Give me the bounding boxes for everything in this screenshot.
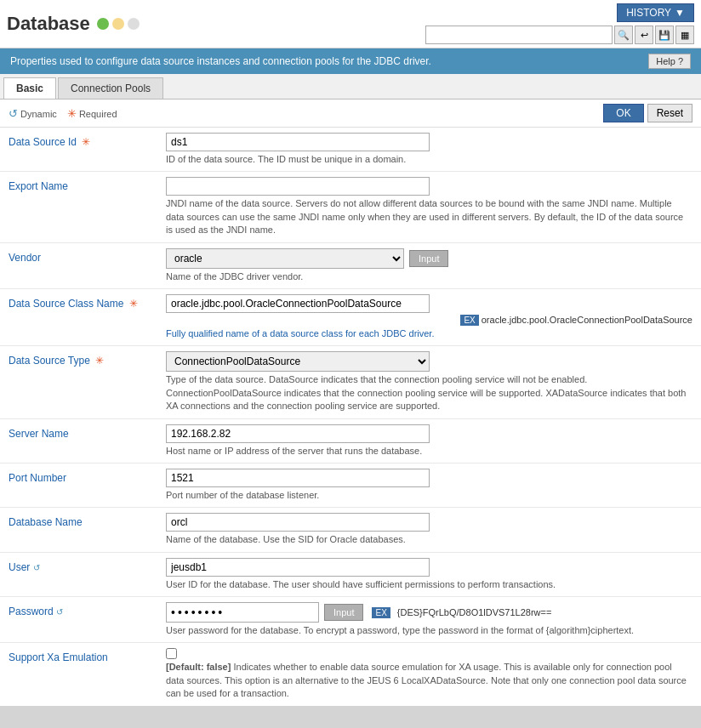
required-indicator: ✳ Required <box>67 107 117 120</box>
main-form: Data Source Id ✳ ID of the data source. … <box>0 128 701 706</box>
database-name-label: Database Name <box>9 513 166 546</box>
controls-left: ↺ Dynamic ✳ Required <box>9 107 117 120</box>
data-source-id-field: ID of the data source. The ID must be un… <box>166 133 692 166</box>
enc-tag: EX <box>372 607 390 618</box>
support-xa-emulation-desc: [Default: false] Indicates whether to en… <box>166 661 692 700</box>
tab-basic[interactable]: Basic <box>3 77 56 99</box>
port-number-field: Port number of the database listener. <box>166 469 692 502</box>
vendor-input-row: oracle db2 sqlserver Input <box>166 248 692 269</box>
search-bar: 🔍 ↩ 💾 ▦ <box>425 26 694 44</box>
enc-value: {DES}FQrLbQ/D8O1lDVS71L28rw== <box>397 607 552 617</box>
database-name-field: Name of the database. Use the SID for Or… <box>166 513 692 546</box>
help-button[interactable]: Help ? <box>648 54 691 69</box>
ok-button[interactable]: OK <box>603 104 643 122</box>
server-name-desc: Host name or IP address of the server th… <box>166 445 692 458</box>
support-xa-emulation-field: [Default: false] Indicates whether to en… <box>166 648 692 700</box>
support-xa-emulation-checkbox[interactable] <box>166 648 177 659</box>
data-source-type-label: Data Source Type ✳ <box>9 351 166 412</box>
data-source-type-row: Data Source Type ✳ ConnectionPoolDataSou… <box>0 346 701 418</box>
dynamic-indicator: ↺ Dynamic <box>9 107 57 120</box>
password-input-button[interactable]: Input <box>324 604 363 621</box>
server-name-input[interactable] <box>166 424 430 443</box>
user-label: User ↺ <box>9 558 166 591</box>
data-source-class-name-desc: Fully qualified name of a data source cl… <box>166 327 692 340</box>
search-button[interactable]: 🔍 <box>614 26 633 44</box>
password-desc: User password for the database. To encry… <box>166 624 692 637</box>
data-source-type-desc: Type of the data source. DataSource indi… <box>166 373 692 412</box>
dynamic-icon: ↺ <box>9 107 18 120</box>
search-input[interactable] <box>425 26 613 44</box>
database-name-input[interactable] <box>166 513 430 532</box>
required-label: Required <box>79 109 117 119</box>
dot-gray <box>128 18 140 30</box>
support-xa-emulation-label: Support Xa Emulation <box>9 648 166 700</box>
dot-green <box>97 18 109 30</box>
vendor-input-button[interactable]: Input <box>409 250 448 267</box>
password-row: Password ↺ Input EX {DES}FQrLbQ/D8O1lDVS… <box>0 597 701 643</box>
user-field: User ID for the database. The user shoul… <box>166 558 692 591</box>
data-source-id-row: Data Source Id ✳ ID of the data source. … <box>0 128 701 172</box>
database-name-desc: Name of the database. Use the SID for Or… <box>166 533 692 546</box>
export-name-row: Export Name JNDI name of the data source… <box>0 172 701 242</box>
title-text: Database <box>7 13 90 35</box>
server-name-row: Server Name Host name or IP address of t… <box>0 419 701 464</box>
sync-icon: ↺ <box>33 563 40 572</box>
server-name-field: Host name or IP address of the server th… <box>166 424 692 458</box>
database-name-row: Database Name Name of the database. Use … <box>0 508 701 552</box>
data-source-id-desc: ID of the data source. The ID must be un… <box>166 153 692 166</box>
port-number-label: Port Number <box>9 469 166 502</box>
export-name-label: Export Name <box>9 177 166 236</box>
default-label: [Default: false] <box>166 662 231 672</box>
header-right: HISTORY ▼ 🔍 ↩ 💾 ▦ <box>425 3 694 44</box>
reset-button[interactable]: Reset <box>647 104 692 122</box>
data-source-class-name-label: Data Source Class Name ✳ <box>9 294 166 340</box>
refresh-button[interactable]: ↩ <box>635 26 653 44</box>
password-label: Password ↺ <box>9 602 166 637</box>
tab-connection-pools[interactable]: Connection Pools <box>58 77 163 99</box>
password-input[interactable] <box>166 602 319 623</box>
port-number-row: Port Number Port number of the database … <box>0 464 701 508</box>
data-source-class-name-input[interactable] <box>166 294 430 313</box>
data-source-id-label: Data Source Id ✳ <box>9 133 166 166</box>
required-icon: ✳ <box>67 107 77 120</box>
tabs-bar: Basic Connection Pools <box>0 74 701 100</box>
save-button[interactable]: 💾 <box>655 26 674 44</box>
controls-right: OK Reset <box>603 104 692 122</box>
chevron-down-icon: ▼ <box>675 7 685 19</box>
data-source-type-select[interactable]: ConnectionPoolDataSource DataSource XADa… <box>166 351 430 372</box>
controls-bar: ↺ Dynamic ✳ Required OK Reset <box>0 100 701 128</box>
type-input-row: ConnectionPoolDataSource DataSource XADa… <box>166 351 692 372</box>
export-name-input[interactable] <box>166 177 430 196</box>
support-xa-emulation-row: Support Xa Emulation [Default: false] In… <box>0 643 701 705</box>
data-source-id-input[interactable] <box>166 133 430 151</box>
page-title: Database <box>7 13 140 35</box>
status-dots <box>97 18 140 30</box>
grid-button[interactable]: ▦ <box>675 26 694 44</box>
required-star-type: ✳ <box>95 355 104 367</box>
user-row: User ↺ User ID for the database. The use… <box>0 553 701 597</box>
history-button[interactable]: HISTORY ▼ <box>617 3 694 22</box>
user-desc: User ID for the database. The user shoul… <box>166 578 692 591</box>
vendor-desc: Name of the JDBC driver vendor. <box>166 270 692 283</box>
data-source-type-field: ConnectionPoolDataSource DataSource XADa… <box>166 351 692 412</box>
vendor-select[interactable]: oracle db2 sqlserver <box>166 248 404 269</box>
port-number-input[interactable] <box>166 469 430 487</box>
banner-text: Properties used to configure data source… <box>10 55 431 67</box>
info-banner: Properties used to configure data source… <box>0 48 701 74</box>
history-label: HISTORY <box>626 7 671 19</box>
ex-value: oracle.jdbc.pool.OracleConnectionPoolDat… <box>482 315 692 325</box>
user-input[interactable] <box>166 558 430 577</box>
port-number-desc: Port number of the database listener. <box>166 489 692 502</box>
header: Database HISTORY ▼ 🔍 ↩ 💾 ▦ <box>0 0 701 48</box>
password-field: Input EX {DES}FQrLbQ/D8O1lDVS71L28rw== U… <box>166 602 692 637</box>
xa-desc-text: Indicates whether to enable data source … <box>166 662 687 698</box>
server-name-label: Server Name <box>9 424 166 458</box>
data-source-class-name-row: Data Source Class Name ✳ EX oracle.jdbc.… <box>0 289 701 346</box>
dot-yellow <box>112 18 124 30</box>
required-star: ✳ <box>82 136 90 148</box>
data-source-class-name-field: EX oracle.jdbc.pool.OracleConnectionPool… <box>166 294 692 340</box>
vendor-label: Vendor <box>9 248 166 283</box>
xa-checkbox-row <box>166 648 692 659</box>
export-name-desc: JNDI name of the data source. Servers do… <box>166 197 692 236</box>
ex-line: EX oracle.jdbc.pool.OracleConnectionPool… <box>166 315 692 326</box>
